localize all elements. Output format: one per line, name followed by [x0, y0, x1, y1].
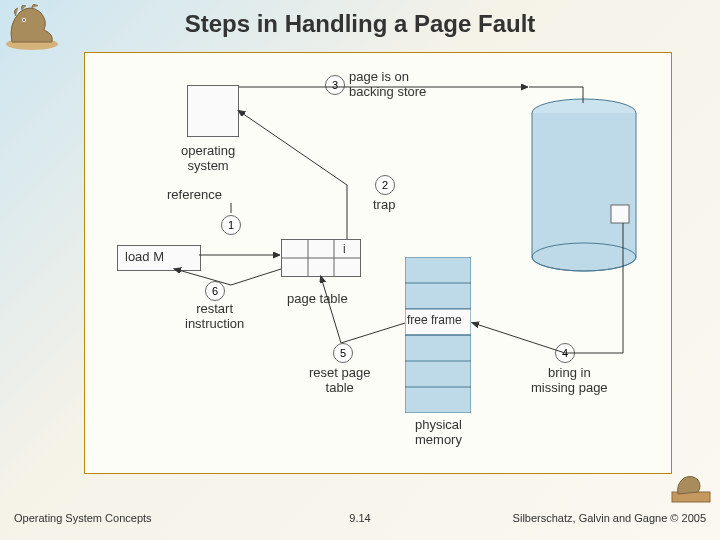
footer: Operating System Concepts 9.14 Silbersch…	[0, 512, 720, 530]
page-title: Steps in Handling a Page Fault	[0, 10, 720, 38]
slide: Steps in Handling a Page Fault operating…	[0, 0, 720, 540]
diagram-frame: operating system 3 page is on backing st…	[84, 52, 672, 474]
footer-right: Silberschatz, Galvin and Gagne © 2005	[513, 512, 706, 524]
dinosaur-mascot-small	[670, 472, 712, 504]
arrows	[85, 53, 671, 473]
